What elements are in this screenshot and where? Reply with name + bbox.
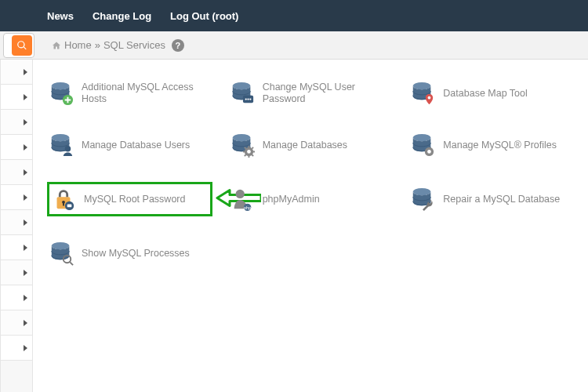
search-icon xyxy=(16,40,27,51)
svg-text:php: php xyxy=(244,205,251,210)
db-gear-icon xyxy=(230,132,255,158)
tool-pma[interactable]: phpphpMyAdmin xyxy=(228,182,394,216)
breadcrumb: Home » SQL Services ? xyxy=(52,39,184,52)
breadcrumb-home[interactable]: Home xyxy=(64,39,92,51)
tool-label: MySQL Root Password xyxy=(84,194,185,205)
sidebar-item[interactable] xyxy=(1,260,32,285)
help-icon[interactable]: ? xyxy=(172,39,184,52)
tool-label: Show MySQL Processes xyxy=(82,248,190,260)
svg-point-16 xyxy=(235,190,244,198)
db-add-icon xyxy=(49,81,74,106)
sidebar-item[interactable] xyxy=(1,85,32,110)
search-wrapper xyxy=(3,33,34,58)
nav-logout[interactable]: Log Out (root) xyxy=(170,10,238,22)
sidebar-item[interactable] xyxy=(1,135,32,160)
sidebar-item[interactable] xyxy=(1,285,32,310)
chevron-right-icon xyxy=(24,144,27,151)
db-profile-icon xyxy=(410,132,435,158)
home-icon xyxy=(52,41,61,50)
nav-changelog[interactable]: Change Log xyxy=(93,10,151,22)
svg-point-6 xyxy=(65,146,71,152)
svg-point-5 xyxy=(428,96,431,100)
pma-icon: php xyxy=(230,187,255,212)
db-search-icon xyxy=(49,241,74,266)
db-pass-icon xyxy=(230,81,255,106)
chevron-right-icon xyxy=(24,119,27,125)
search-button[interactable] xyxy=(12,35,32,56)
main-content: Additional MySQL Access HostsChange MySQ… xyxy=(33,60,588,392)
breadcrumb-current: SQL Services xyxy=(103,39,165,51)
tool-label: Additional MySQL Access Hosts xyxy=(82,82,211,105)
chevron-right-icon xyxy=(24,69,27,75)
chevron-right-icon xyxy=(24,295,27,301)
tool-db-wrench[interactable]: Repair a MySQL Database xyxy=(408,182,574,216)
sidebar-item[interactable] xyxy=(1,110,32,135)
svg-rect-15 xyxy=(67,205,72,208)
svg-rect-13 xyxy=(63,203,64,206)
tool-db-users[interactable]: Manage Database Users xyxy=(47,130,212,160)
db-users-icon xyxy=(49,132,74,158)
tool-label: Change MySQL User Password xyxy=(263,82,392,105)
tool-lock[interactable]: MySQL Root Password xyxy=(47,182,212,216)
svg-point-4 xyxy=(249,98,251,100)
chevron-right-icon xyxy=(24,270,27,276)
chevron-right-icon xyxy=(24,194,27,201)
breadcrumb-sep: » xyxy=(95,39,100,51)
svg-point-2 xyxy=(245,98,246,100)
chevron-right-icon xyxy=(24,220,27,226)
db-wrench-icon xyxy=(410,187,435,212)
tool-label: Manage MySQL® Profiles xyxy=(443,140,557,151)
nav-news[interactable]: News xyxy=(47,10,74,22)
tool-label: Database Map Tool xyxy=(443,88,527,100)
tool-db-gear[interactable]: Manage Databases xyxy=(228,130,394,160)
chevron-right-icon xyxy=(24,345,27,351)
sidebar-item[interactable] xyxy=(1,60,32,85)
tool-db-pass[interactable]: Change MySQL User Password xyxy=(228,78,394,108)
chevron-right-icon xyxy=(24,169,27,176)
tool-label: phpMyAdmin xyxy=(263,194,320,205)
svg-point-3 xyxy=(247,98,249,100)
chevron-right-icon xyxy=(24,245,27,251)
sidebar-item[interactable] xyxy=(1,310,32,336)
tool-db-map[interactable]: Database Map Tool xyxy=(408,78,574,108)
sidebar-item[interactable] xyxy=(1,185,32,210)
sidebar-item[interactable] xyxy=(1,336,32,361)
sidebar xyxy=(0,60,33,392)
breadcrumb-bar: Home » SQL Services ? xyxy=(0,31,588,60)
sidebar-item[interactable] xyxy=(1,210,32,235)
top-navbar: News Change Log Log Out (root) xyxy=(0,0,588,31)
tool-db-add[interactable]: Additional MySQL Access Hosts xyxy=(47,78,212,108)
svg-point-8 xyxy=(247,150,251,154)
tool-label: Manage Database Users xyxy=(82,140,190,151)
tool-label: Repair a MySQL Database xyxy=(443,194,560,205)
svg-point-10 xyxy=(427,150,431,154)
sidebar-item[interactable] xyxy=(1,160,32,185)
tool-label: Manage Databases xyxy=(263,140,347,151)
chevron-right-icon xyxy=(24,94,27,100)
db-map-icon xyxy=(410,81,435,106)
tool-db-search[interactable]: Show MySQL Processes xyxy=(47,238,212,268)
chevron-right-icon xyxy=(24,320,27,326)
sidebar-item[interactable] xyxy=(1,235,32,260)
lock-icon xyxy=(51,187,76,212)
tool-db-profile[interactable]: Manage MySQL® Profiles xyxy=(408,130,574,160)
